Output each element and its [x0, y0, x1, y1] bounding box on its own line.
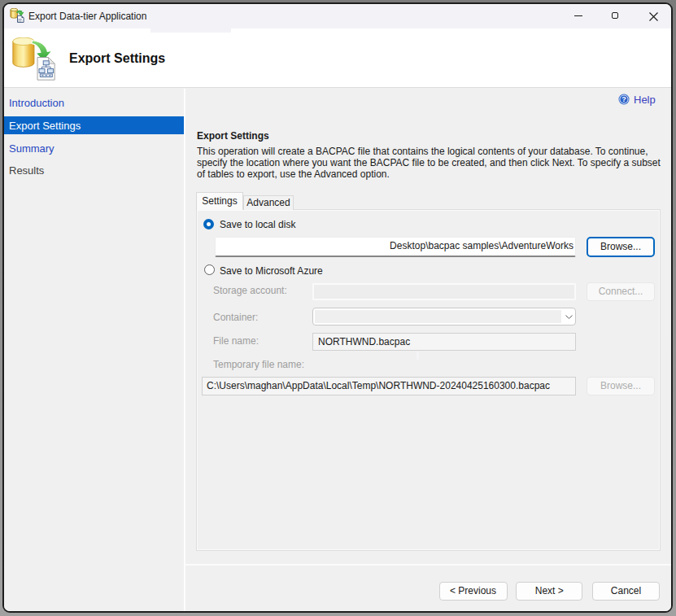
svg-text:?: ? [621, 95, 626, 103]
